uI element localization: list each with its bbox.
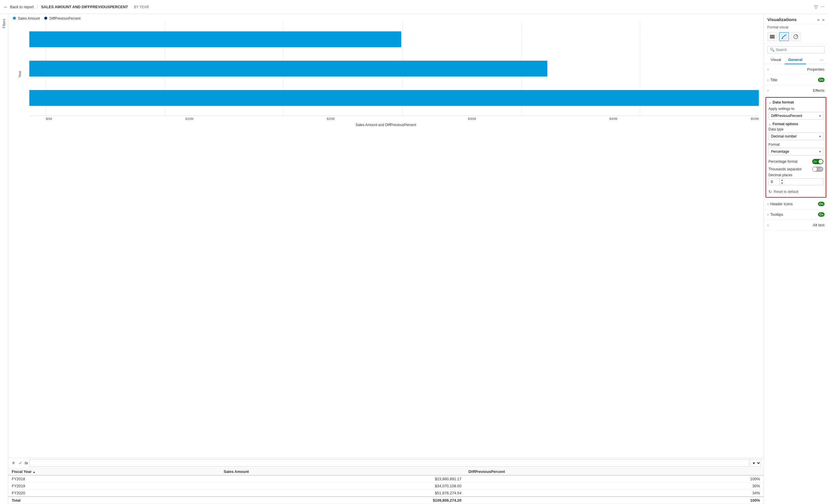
alt-text-section: › Alt text [764,220,828,230]
td-total-diff: 100% [465,497,763,504]
paint-brush-icon-button[interactable] [779,32,789,41]
percentage-format-on-text: On [813,160,817,163]
legend-dot-diff [44,17,47,19]
chart-title: SALES AMOUNT AND DIFFPREVIOUSPERCENT [37,5,128,9]
filter-icon[interactable]: ▽ [814,4,818,10]
bar-chart: Year FY2018 FY2019 [29,22,759,116]
tooltips-chevron-icon: › [767,213,769,217]
apply-settings-dropdown[interactable]: DiffPreviousPercent Sales Amount [769,112,823,120]
data-format-header[interactable]: ⌄ Data format [769,100,823,104]
table-row: FY2018 $23,860,891.17 100% [8,475,763,482]
format-dropdown-wrapper: Percentage General Currency [769,148,823,155]
viz-icon-row [764,31,828,44]
header-icons-chevron-icon: › [767,202,769,206]
table-view-icon-button[interactable] [767,32,777,41]
decimal-places-input-wrapper: ▲ ▼ [769,178,823,185]
bar-row-fy2019: FY2019 [29,61,759,77]
analytics-icon-button[interactable] [791,32,801,41]
header-icons-on-text: On [819,202,823,206]
properties-label: Properties [807,67,825,72]
expand-panel-icon[interactable]: » [822,17,825,22]
search-box[interactable]: 🔍 [767,46,825,53]
viz-header: Visualizations « » [764,14,828,24]
filters-label: Filters [2,19,6,29]
main-layout: Filters Sales Amount DiffPreviousPercent [0,14,828,504]
th-fiscal-year[interactable]: Fiscal Year ▲ [8,468,220,475]
search-input[interactable] [776,48,822,52]
header-icons-row[interactable]: › Header icons On [764,199,828,209]
x-axis-title: Sales Amount and DiffPreviousPercent [13,122,759,128]
x-tick-4: $40M [610,117,618,121]
tab-more-icon[interactable]: ··· [819,56,825,64]
thousands-separator-label: Thousands separator [769,167,801,171]
decimal-places-decrement[interactable]: ▼ [780,182,785,185]
data-type-label: Data type [769,127,823,131]
percentage-format-row: Percentage format On [769,158,823,165]
check-toolbar-button[interactable]: ✓ [17,460,24,466]
alt-text-row[interactable]: › Alt text [764,220,828,230]
collapse-panel-icon[interactable]: « [817,17,820,22]
header-icons-label: Header icons [770,202,793,206]
sort-arrow-icon: ▲ [33,470,36,473]
top-bar-icons: ▽ ··· [814,4,825,10]
formula-bar-input[interactable] [29,459,749,467]
tooltips-section: › Tooltips On [764,209,828,220]
close-toolbar-button[interactable]: ✕ [10,460,16,466]
effects-row[interactable]: › Effects [764,85,828,95]
data-type-dropdown[interactable]: Decimal number Whole number Text [769,132,823,140]
formula-dropdown[interactable]: ▾ [750,459,761,467]
x-tick-3: $30M [468,117,476,121]
th-diff-percent: DiffPreviousPercent [465,468,763,475]
header-icons-section: › Header icons On [764,199,828,209]
thousands-separator-knob [813,167,817,171]
title-label: Title [770,78,777,82]
tooltips-toggle[interactable]: On [818,212,825,217]
svg-point-3 [782,38,783,39]
more-options-icon[interactable]: ··· [821,4,825,10]
svg-line-5 [796,36,797,37]
title-row[interactable]: › Title On [764,75,828,85]
x-tick-2: $20M [327,117,335,121]
properties-row[interactable]: › Properties [764,64,828,75]
tab-general[interactable]: General [785,56,806,64]
bar-row-fy2020: FY2020 [29,90,759,106]
y-axis-label: Year [18,71,22,78]
data-type-group: Data type Decimal number Whole number Te… [769,127,823,140]
decimal-places-spinners: ▲ ▼ [779,178,785,185]
alt-text-label: Alt text [813,223,825,227]
table-row: FY2019 $34,070,108.50 30% [8,482,763,490]
format-options-row[interactable]: ⌄ Format options [769,122,823,126]
top-bar: ← Back to report SALES AMOUNT AND DIFFPR… [0,0,828,14]
tooltips-on-text: On [819,213,823,216]
bar-track-fy2018 [29,31,759,47]
td-sales-fy2018: $23,860,891.17 [220,475,465,482]
table-header-row: Fiscal Year ▲ Sales Amount DiffPreviousP… [8,468,763,475]
back-label: Back to report [10,5,34,9]
visualizations-panel: Visualizations « » Format visual [763,14,828,504]
bar-fill-fy2020 [29,90,759,106]
percentage-format-toggle[interactable]: On [812,159,823,164]
legend-label-sales: Sales Amount [18,16,40,20]
title-toggle[interactable]: On [818,78,825,82]
format-options-label: Format options [773,122,798,126]
decimal-places-input[interactable] [769,178,779,185]
svg-rect-0 [770,35,775,36]
back-to-report-button[interactable]: ← Back to report [3,4,34,10]
td-diff-fy2018: 100% [465,475,763,482]
thousands-separator-toggle[interactable]: Off [812,167,823,172]
percentage-format-knob [819,160,823,164]
tab-visual[interactable]: Visual [767,56,785,64]
header-icons-toggle[interactable]: On [818,202,825,206]
thousands-separator-row: Thousands separator Off [769,165,823,173]
percentage-format-label: Percentage format [769,160,797,164]
title-section: › Title On [764,75,828,85]
x-tick-0: $0M [46,117,52,121]
filters-sidebar[interactable]: Filters [0,14,8,504]
format-dropdown[interactable]: Percentage General Currency [769,148,823,155]
tooltips-row[interactable]: › Tooltips On [764,209,828,220]
properties-chevron-icon: › [767,68,769,72]
fx-label: fx [25,461,28,465]
reset-row[interactable]: ↻ Reset to default [769,187,823,195]
decimal-places-increment[interactable]: ▲ [780,178,785,182]
data-table: Fiscal Year ▲ Sales Amount DiffPreviousP… [8,468,763,504]
